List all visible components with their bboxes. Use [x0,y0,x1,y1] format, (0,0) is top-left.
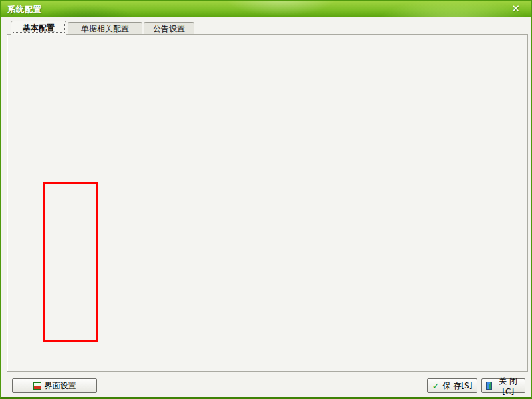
tab-announcement[interactable]: 公告设置 [144,22,194,35]
button-label: 界面设置 [45,380,76,392]
button-label: 关 闭[C] [495,376,521,396]
save-check-icon: ✓ [432,381,440,391]
tab-basic-config[interactable]: 基本配置 [11,21,66,35]
system-config-dialog: 系统配置 ✕ 基本配置 单据相关配置 公告设置 小数位数设置 [例：“0.00”… [0,0,532,399]
annotation-rectangle [43,182,98,342]
tab-document-config[interactable]: 单据相关配置 [68,22,142,35]
tab-label: 基本配置 [23,23,55,33]
close-door-icon [486,382,492,390]
tab-label: 单据相关配置 [81,24,129,33]
close-icon[interactable]: ✕ [511,3,520,15]
button-label: 保 存[S] [443,380,473,392]
ui-settings-icon [33,382,41,390]
close-button[interactable]: 关 闭[C] [481,378,525,393]
save-button[interactable]: ✓ 保 存[S] [427,378,477,393]
title-bar: 系统配置 ✕ [1,1,531,17]
window-title: 系统配置 [7,4,42,15]
ui-settings-button[interactable]: 界面设置 [12,378,97,393]
tab-label: 公告设置 [153,24,185,33]
